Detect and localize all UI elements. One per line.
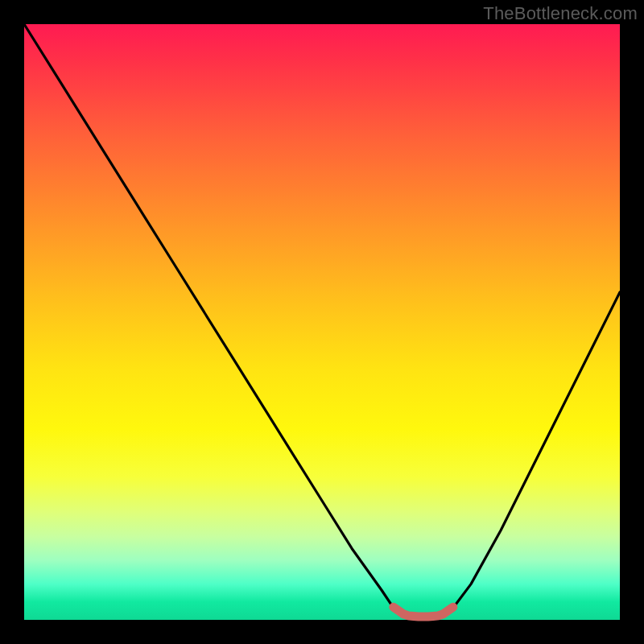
curve-svg [24,24,620,620]
minimum-marker [394,607,453,617]
plot-area [24,24,620,620]
watermark-text: TheBottleneck.com [483,3,638,24]
bottleneck-curve [24,24,620,617]
chart-frame: TheBottleneck.com [0,0,644,644]
